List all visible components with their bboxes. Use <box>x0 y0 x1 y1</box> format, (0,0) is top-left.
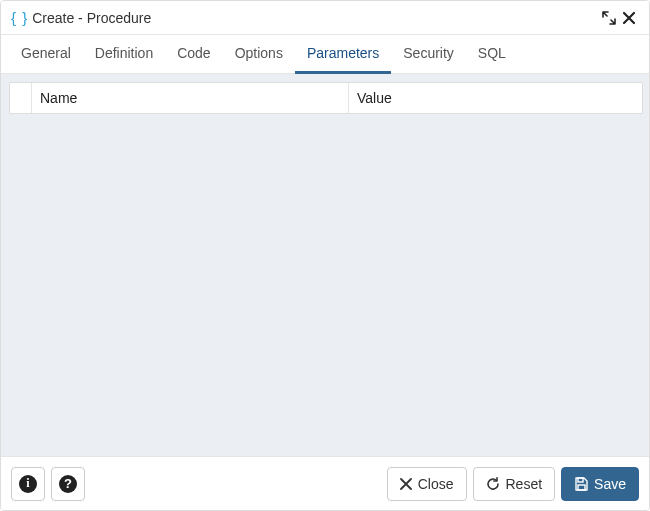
close-icon <box>622 11 636 25</box>
column-header-name[interactable]: Name <box>32 83 349 113</box>
procedure-icon: { } <box>11 9 28 26</box>
create-procedure-dialog: { } Create - Procedure General Definitio… <box>0 0 650 511</box>
tab-general[interactable]: General <box>9 35 83 74</box>
tab-label: Code <box>177 45 210 61</box>
content-area: Name Value <box>1 74 649 456</box>
reset-icon <box>486 477 500 491</box>
close-dialog-button[interactable] <box>619 8 639 28</box>
tab-bar: General Definition Code Options Paramete… <box>1 35 649 74</box>
table-header-row: Name Value <box>9 82 643 114</box>
tab-security[interactable]: Security <box>391 35 466 74</box>
tab-label: Options <box>235 45 283 61</box>
maximize-button[interactable] <box>599 8 619 28</box>
tab-sql[interactable]: SQL <box>466 35 518 74</box>
close-button[interactable]: Close <box>387 467 467 501</box>
column-header-selector[interactable] <box>10 83 32 113</box>
tab-code[interactable]: Code <box>165 35 222 74</box>
column-label: Name <box>40 90 77 106</box>
tab-label: Security <box>403 45 454 61</box>
maximize-icon <box>602 11 616 25</box>
tab-label: SQL <box>478 45 506 61</box>
save-icon <box>574 477 588 491</box>
button-label: Reset <box>506 476 543 492</box>
tab-definition[interactable]: Definition <box>83 35 165 74</box>
tab-parameters[interactable]: Parameters <box>295 35 391 74</box>
button-label: Save <box>594 476 626 492</box>
tab-label: General <box>21 45 71 61</box>
dialog-title: Create - Procedure <box>32 10 151 26</box>
info-icon: i <box>19 475 37 493</box>
help-icon: ? <box>59 475 77 493</box>
svg-rect-0 <box>578 478 583 482</box>
parameters-table: Name Value <box>9 82 643 114</box>
column-label: Value <box>357 90 392 106</box>
save-button[interactable]: Save <box>561 467 639 501</box>
titlebar: { } Create - Procedure <box>1 1 649 35</box>
button-bar: i ? Close Reset Save <box>1 456 649 510</box>
tab-options[interactable]: Options <box>223 35 295 74</box>
reset-button[interactable]: Reset <box>473 467 556 501</box>
column-header-value[interactable]: Value <box>349 83 642 113</box>
button-label: Close <box>418 476 454 492</box>
x-icon <box>400 478 412 490</box>
tab-label: Parameters <box>307 45 379 61</box>
info-button[interactable]: i <box>11 467 45 501</box>
help-button[interactable]: ? <box>51 467 85 501</box>
svg-rect-1 <box>578 485 585 490</box>
tab-label: Definition <box>95 45 153 61</box>
